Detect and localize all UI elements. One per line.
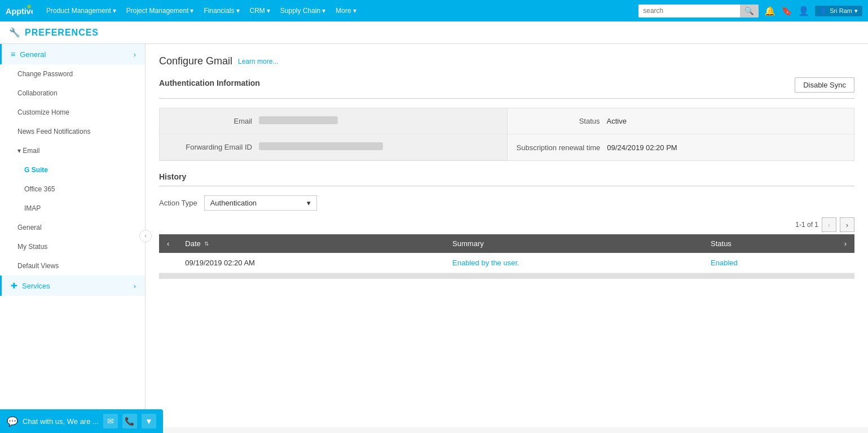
svg-point-1 xyxy=(27,5,30,8)
sidebar-item-label: Customize Home xyxy=(17,108,136,116)
chevron-right-icon: › xyxy=(134,50,136,59)
chat-message-button[interactable]: ✉ xyxy=(103,414,118,427)
chevron-down-icon: ▾ xyxy=(307,199,311,207)
sidebar-item-label: Default Views xyxy=(17,262,136,270)
sidebar-item-general-sub[interactable]: General xyxy=(0,218,145,237)
table-header-status: Status xyxy=(703,234,836,253)
sidebar-item-label: Services xyxy=(22,282,134,290)
topnav: Apptivo Product Management ▾ Project Man… xyxy=(0,0,868,21)
chevron-down-icon: ▾ xyxy=(353,7,356,15)
table-cell-status: Enabled xyxy=(703,253,836,273)
subscription-label: Subscription renewal time xyxy=(517,143,607,152)
sidebar: ≡ General › Change Password Collaboratio… xyxy=(0,44,146,427)
sidebar-item-news-feed[interactable]: News Feed Notifications xyxy=(0,122,145,141)
chat-icon: 💬 xyxy=(7,416,18,427)
settings-icon: 🔧 xyxy=(9,27,20,38)
table-nav-next-header[interactable]: › xyxy=(836,234,854,253)
chevron-down-icon: ▾ xyxy=(236,7,240,15)
bell-icon[interactable]: 🔔 xyxy=(764,6,776,16)
configure-gmail-title: Configure Gmail xyxy=(159,55,232,67)
sidebar-item-general[interactable]: ≡ General › xyxy=(0,44,145,64)
table-nav-prev-header[interactable]: ‹ xyxy=(159,234,177,253)
sidebar-item-change-password[interactable]: Change Password xyxy=(0,64,145,84)
email-redacted xyxy=(259,116,338,124)
topnav-right: 🔍 🔔 🔖 👤 👤 Sri Ram ▾ xyxy=(638,5,862,18)
auth-forwarding-row: Forwarding Email ID xyxy=(160,134,507,160)
email-label: Email xyxy=(169,117,259,125)
action-type-row: Action Type Authentication ▾ xyxy=(159,195,854,211)
search-box[interactable]: 🔍 xyxy=(638,5,759,18)
sidebar-item-label: Office 365 xyxy=(24,185,136,193)
table-header-summary: Summary xyxy=(444,234,703,253)
subscription-value: 09/24/2019 02:20 PM xyxy=(607,143,845,152)
topnav-menu: Product Management ▾ Project Management … xyxy=(42,5,635,17)
table-cell-summary[interactable]: Enabled by the user. xyxy=(444,253,703,273)
action-type-value: Authentication xyxy=(210,199,257,207)
bookmark-icon[interactable]: 🔖 xyxy=(781,6,792,16)
sidebar-item-gsuite[interactable]: G Suite xyxy=(0,160,145,180)
menu-supply-chain[interactable]: Supply Chain ▾ xyxy=(276,5,330,17)
table-cell-nav xyxy=(159,253,177,273)
sidebar-item-customize-home[interactable]: Customize Home xyxy=(0,103,145,122)
learn-more-link[interactable]: Learn more... xyxy=(238,58,278,65)
action-type-label: Action Type xyxy=(159,199,197,207)
plus-icon: ✚ xyxy=(11,281,17,290)
chevron-down-icon: ▾ xyxy=(190,7,193,15)
table-header-date[interactable]: Date ⇅ xyxy=(177,234,444,253)
menu-crm[interactable]: CRM ▾ xyxy=(245,5,275,17)
pagination-next-button[interactable]: › xyxy=(840,217,854,232)
chat-phone-button[interactable]: 📞 xyxy=(122,414,137,427)
preferences-title: PREFERENCES xyxy=(25,28,99,38)
disable-sync-button[interactable]: Disable Sync xyxy=(795,77,854,93)
table-footer xyxy=(159,273,854,279)
sort-icon: ⇅ xyxy=(204,240,209,247)
sidebar-collapse-button[interactable]: ‹ xyxy=(139,230,152,242)
history-section: History Action Type Authentication ▾ 1-1… xyxy=(159,172,854,279)
logo[interactable]: Apptivo xyxy=(6,3,33,19)
configure-gmail-header: Configure Gmail Learn more... xyxy=(159,55,854,67)
auth-info-box: Email Status Active Forwardin xyxy=(159,108,854,161)
search-input[interactable] xyxy=(638,5,740,17)
sidebar-item-collaboration[interactable]: Collaboration xyxy=(0,84,145,103)
sidebar-item-email[interactable]: ▾ Email xyxy=(0,141,145,160)
chevron-down-icon: ▾ xyxy=(267,7,270,15)
table-cell-nav-end xyxy=(836,253,854,273)
sidebar-item-office365[interactable]: Office 365 xyxy=(0,180,145,199)
sidebar-item-label: G Suite xyxy=(24,166,136,174)
sidebar-item-services[interactable]: ✚ Services › xyxy=(0,275,145,296)
auth-section: Authentication Information Disable Sync … xyxy=(159,77,854,161)
chevron-down-icon: ▾ xyxy=(322,7,325,15)
user-avatar-icon: 👤 xyxy=(819,7,827,15)
status-value: Active xyxy=(607,117,845,125)
pagination-row: 1-1 of 1 ‹ › xyxy=(159,217,854,232)
user-menu[interactable]: 👤 Sri Ram ▾ xyxy=(815,6,862,16)
table-row: 09/19/2019 02:20 AM Enabled by the user.… xyxy=(159,253,854,273)
pagination-prev-button[interactable]: ‹ xyxy=(822,217,836,232)
status-label: Status xyxy=(517,117,607,125)
sidebar-item-label: ▾ Email xyxy=(17,147,136,155)
auth-subscription-row: Subscription renewal time 09/24/2019 02:… xyxy=(507,134,854,160)
table-cell-date: 09/19/2019 02:20 AM xyxy=(177,253,444,273)
menu-financials[interactable]: Financials ▾ xyxy=(199,5,244,17)
user-label: Sri Ram xyxy=(830,7,852,14)
contacts-icon[interactable]: 👤 xyxy=(798,6,809,16)
chat-widget[interactable]: 💬 Chat with us, We are ... ✉ 📞 ▼ xyxy=(0,409,163,427)
preferences-header: 🔧 PREFERENCES xyxy=(0,21,868,44)
main-layout: ≡ General › Change Password Collaboratio… xyxy=(0,44,868,427)
sidebar-item-my-status[interactable]: My Status xyxy=(0,237,145,256)
sidebar-item-imap[interactable]: IMAP xyxy=(0,199,145,218)
sidebar-item-label: General xyxy=(20,50,133,59)
forwarding-redacted xyxy=(259,142,383,150)
subscription-text: 09/24/2019 02:20 PM xyxy=(607,143,677,152)
sidebar-item-label: Change Password xyxy=(17,70,136,78)
search-button[interactable]: 🔍 xyxy=(740,5,759,18)
sidebar-item-label: News Feed Notifications xyxy=(17,128,136,135)
action-type-select[interactable]: Authentication ▾ xyxy=(204,195,317,211)
menu-project-management[interactable]: Project Management ▾ xyxy=(122,5,199,17)
sidebar-item-default-views[interactable]: Default Views xyxy=(0,256,145,275)
status-text: Active xyxy=(607,117,627,125)
pagination-text: 1-1 of 1 xyxy=(795,221,818,229)
menu-product-management[interactable]: Product Management ▾ xyxy=(42,5,121,17)
menu-more[interactable]: More ▾ xyxy=(331,5,360,17)
chat-collapse-button[interactable]: ▼ xyxy=(142,414,156,427)
